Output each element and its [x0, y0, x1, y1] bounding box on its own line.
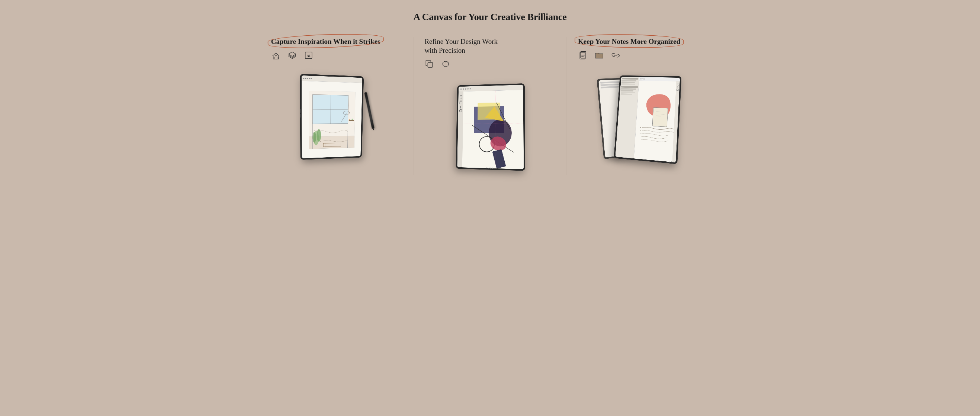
tablet-device-2: BOOX — [456, 83, 525, 171]
tablet-screen-2 — [457, 85, 524, 169]
svg-point-43 — [640, 133, 640, 134]
svg-rect-0 — [275, 57, 277, 59]
panel-3-device: BOOX — [578, 69, 709, 166]
toolbar-dot — [460, 89, 461, 90]
svg-rect-37 — [652, 108, 668, 127]
panel-2-heading: Refine Your Design Workwith Precision — [424, 37, 498, 55]
shapes-icon — [424, 59, 434, 69]
toolbar-dot — [465, 89, 466, 90]
home-icon — [271, 50, 281, 60]
panel-design: Refine Your Design Workwith Precision — [413, 37, 567, 175]
svg-rect-20 — [428, 62, 433, 67]
toolbar-dot — [463, 89, 464, 90]
tablet-sketch-container — [301, 76, 372, 159]
folder-icon — [594, 50, 604, 60]
panel-1-heading: Capture Inspiration When it Strikes — [271, 37, 380, 46]
panel-3-heading: Keep Your Notes More Organized — [578, 37, 680, 46]
toolbar-dot — [469, 88, 470, 89]
toolbar-dot — [461, 89, 463, 90]
tablet-front-screen — [615, 76, 680, 162]
toolbar-dot — [309, 78, 310, 79]
panel-1-device — [271, 69, 402, 166]
panels-container: Capture Inspiration When it Strikes — [260, 37, 721, 175]
main-title: A Canvas for Your Creative Brilliance — [413, 11, 566, 22]
sketch-content — [302, 81, 362, 158]
panel-1-icons: AI — [271, 50, 313, 60]
panel-2-device: BOOX — [424, 78, 555, 175]
page-container: A Canvas for Your Creative Brilliance Ca… — [245, 0, 735, 208]
toolbar-dot — [303, 77, 304, 78]
toolbar-dot — [310, 78, 312, 79]
panel-2-icons — [424, 59, 450, 69]
toolbar-dot — [470, 88, 471, 89]
panel-2-title: Refine Your Design Workwith Precision — [424, 37, 498, 55]
panel-capture: Capture Inspiration When it Strikes — [260, 37, 413, 166]
tablet-device-3-front: BOOX — [614, 75, 681, 164]
svg-point-42 — [640, 130, 640, 130]
svg-text:AI: AI — [307, 54, 310, 57]
link-icon — [611, 50, 620, 60]
ai-icon: AI — [304, 50, 313, 60]
stylus-pen — [364, 92, 374, 129]
notebook-icon — [578, 50, 588, 60]
toolbar-dot — [467, 88, 468, 89]
panel-3-title: Keep Your Notes More Organized — [578, 37, 680, 46]
tablet-screen-1 — [302, 75, 363, 158]
panel-notes: Keep Your Notes More Organized — [567, 37, 720, 166]
svg-point-1 — [275, 55, 276, 56]
panel-1-title: Capture Inspiration When it Strikes — [271, 37, 380, 46]
svg-rect-28 — [492, 149, 506, 168]
tablet-notes-container: BOOX — [608, 75, 679, 160]
toolbar-dot — [307, 78, 308, 79]
toolbar-dot — [305, 78, 306, 79]
lasso-icon — [441, 59, 450, 69]
layers-icon — [288, 50, 297, 60]
svg-point-41 — [640, 127, 641, 127]
panel-3-icons — [578, 50, 620, 60]
tablet-device-1 — [300, 74, 364, 159]
